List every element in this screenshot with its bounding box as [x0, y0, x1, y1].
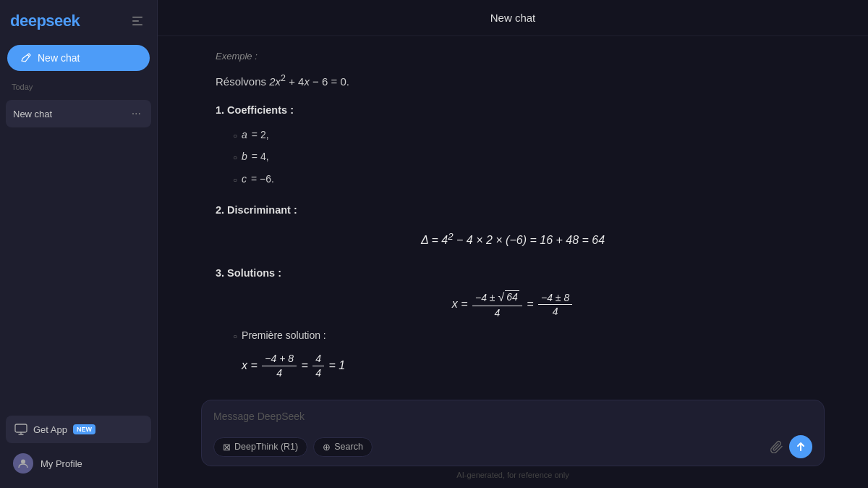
deepthink-button[interactable]: ⊠ DeepThink (R1) [213, 437, 307, 457]
input-box: ⊠ DeepThink (R1) ⊕ Search [201, 400, 825, 466]
main-content: New chat Exemple : Résolvons 2x2 + 4x − … [158, 0, 868, 488]
svg-rect-3 [15, 424, 27, 432]
logo: deepseek [10, 12, 80, 30]
step-3-header: 3. Solutions : [216, 264, 810, 284]
example-label: Exemple : [216, 48, 810, 66]
sidebar-toggle-button[interactable] [128, 12, 147, 30]
profile-button[interactable]: My Profile [6, 447, 151, 479]
coeff-c: c = −6. [233, 169, 810, 189]
new-badge: NEW [73, 424, 95, 434]
step-1: 1. Coefficients : a = 2, b = 4, c = −6. [216, 101, 810, 188]
search-label: Search [334, 442, 363, 452]
avatar [13, 453, 33, 474]
solution-1-item: Première solution : x = −4 + 8 4 = [233, 326, 810, 386]
svg-rect-2 [132, 25, 142, 26]
svg-point-4 [21, 460, 25, 464]
step-2: 2. Discriminant : Δ = 42 − 4 × 2 × (−6) … [216, 201, 810, 252]
coeff-b: b = 4, [233, 147, 810, 167]
solution-1-label: Première solution : [242, 326, 345, 345]
top-bar: New chat [158, 0, 868, 36]
math-intro: Résolvons 2x2 + 4x − 6 = 0. [216, 70, 810, 93]
step-2-header: 2. Discriminant : [216, 201, 810, 221]
chat-item-more-button[interactable]: ··· [129, 106, 144, 122]
page-title: New chat [490, 12, 536, 24]
solutions-list: Première solution : x = −4 + 8 4 = [216, 326, 810, 391]
input-right-buttons [770, 435, 812, 458]
coefficients-list: a = 2, b = 4, c = −6. [216, 125, 810, 189]
deepthink-label: DeepThink (R1) [234, 442, 298, 452]
sidebar-bottom: Get App NEW My Profile [6, 416, 151, 479]
svg-rect-1 [132, 20, 139, 22]
step-1-header: 1. Coefficients : [216, 101, 810, 121]
input-area: ⊠ DeepThink (R1) ⊕ Search [158, 391, 868, 488]
sidebar-toggle-icon [131, 14, 144, 28]
get-app-label: Get App [33, 424, 67, 435]
discriminant-formula: Δ = 42 − 4 × 2 × (−6) = 16 + 48 = 64 [216, 227, 810, 252]
attach-button[interactable] [770, 440, 783, 453]
solution-steps: 1. Coefficients : a = 2, b = 4, c = −6. … [216, 101, 810, 391]
chat-area[interactable]: Exemple : Résolvons 2x2 + 4x − 6 = 0. 1.… [158, 36, 868, 391]
deepthink-icon: ⊠ [223, 442, 231, 453]
coeff-a: a = 2, [233, 125, 810, 145]
new-chat-label: New chat [38, 52, 80, 64]
search-icon: ⊕ [323, 442, 331, 453]
solution-1: Première solution : x = −4 + 8 4 = [242, 326, 345, 386]
sidebar-header: deepseek [6, 9, 151, 33]
monitor-icon [14, 423, 27, 436]
message-input[interactable] [213, 411, 812, 428]
chat-item-label: New chat [13, 109, 129, 119]
solution-1-formula: x = −4 + 8 4 = 4 4 [242, 353, 345, 379]
send-icon [796, 442, 806, 452]
svg-rect-0 [132, 17, 142, 18]
sidebar: deepseek New chat Today New chat ··· Get… [0, 0, 158, 488]
step-3: 3. Solutions : x = −4 ± √64 4 = [216, 264, 810, 391]
new-chat-icon [20, 52, 32, 64]
disclaimer: AI-generated, for reference only [201, 466, 825, 482]
math-response: Exemple : Résolvons 2x2 + 4x − 6 = 0. 1.… [216, 48, 810, 391]
main-solution-formula: x = −4 ± √64 4 = −4 ± 8 4 [216, 290, 810, 319]
chat-history-item[interactable]: New chat ··· [6, 100, 151, 127]
avatar-icon [17, 458, 29, 469]
get-app-button[interactable]: Get App NEW [6, 416, 151, 443]
today-section-label: Today [6, 80, 151, 94]
input-left-buttons: ⊠ DeepThink (R1) ⊕ Search [213, 437, 373, 457]
profile-label: My Profile [41, 458, 82, 469]
input-bottom-row: ⊠ DeepThink (R1) ⊕ Search [213, 435, 812, 458]
new-chat-button[interactable]: New chat [7, 45, 150, 71]
send-button[interactable] [789, 435, 812, 458]
search-button[interactable]: ⊕ Search [313, 437, 373, 457]
attach-icon [770, 440, 783, 453]
